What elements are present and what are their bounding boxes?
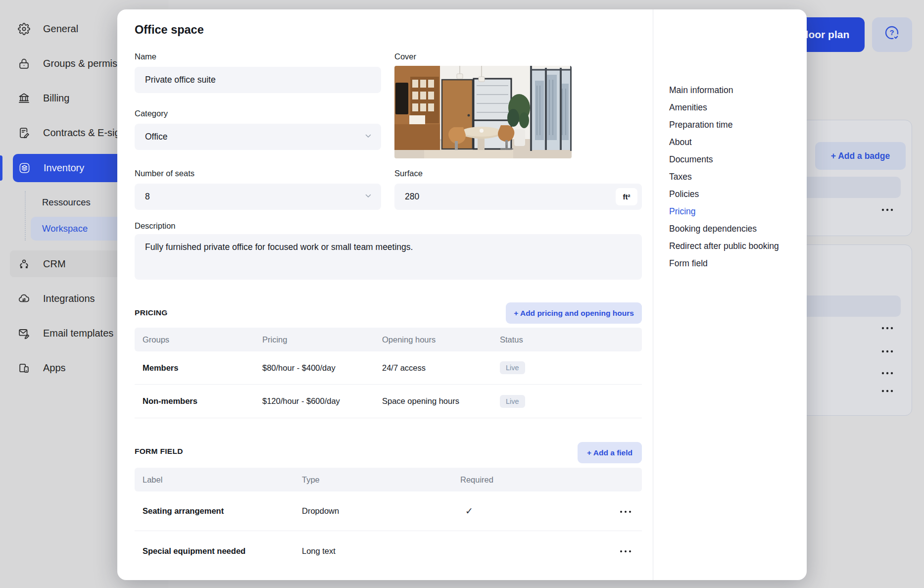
- svg-text:?: ?: [889, 28, 894, 37]
- crm-sync-icon: [18, 258, 30, 270]
- gear-icon: [18, 23, 30, 35]
- add-badge-button[interactable]: + Add a badge: [815, 142, 906, 170]
- form-field-table-header: Label Type Required: [135, 468, 642, 491]
- pricing-cell: $120/hour - $600/day: [262, 385, 340, 418]
- field-label-cell: Seating arrangement: [143, 491, 224, 531]
- ellipsis-menu-icon[interactable]: [880, 369, 895, 378]
- cloud-sync-icon: [18, 293, 30, 305]
- nav-item-booking-dependencies[interactable]: Booking dependencies: [669, 220, 779, 238]
- col-label: Label: [143, 468, 162, 491]
- field-type-cell: Long text: [302, 531, 336, 571]
- background-table-header: [792, 177, 901, 198]
- form-field-row-seating: Seating arrangement Dropdown ✓: [135, 491, 642, 531]
- lock-icon: [18, 57, 30, 70]
- category-label: Category: [135, 109, 168, 118]
- pricing-cell: $80/hour - $400/day: [262, 351, 336, 384]
- sidebar-item-label: Apps: [43, 362, 66, 374]
- active-section-indicator: [0, 155, 2, 181]
- row-ellipsis-menu-icon[interactable]: [616, 504, 636, 519]
- pricing-section-heading: PRICING: [135, 308, 168, 317]
- nav-item-form-field[interactable]: Form field: [669, 255, 779, 272]
- hours-cell: 24/7 access: [382, 351, 426, 384]
- modal-anchor-nav: Main information Amenities Preparation t…: [669, 82, 779, 272]
- status-cell: Live: [500, 351, 525, 384]
- nav-divider: [653, 9, 653, 580]
- row-ellipsis-menu-icon[interactable]: [616, 543, 636, 558]
- description-textarea[interactable]: Fully furnished private office for focus…: [135, 234, 642, 280]
- nav-item-pricing[interactable]: Pricing: [669, 203, 779, 220]
- ellipsis-menu-icon[interactable]: [880, 387, 895, 395]
- nav-item-taxes[interactable]: Taxes: [669, 168, 779, 186]
- status-badge: Live: [500, 361, 525, 374]
- bank-icon: [18, 92, 30, 104]
- add-field-button[interactable]: + Add a field: [578, 442, 642, 463]
- nav-item-about[interactable]: About: [669, 134, 779, 151]
- cover-image[interactable]: [394, 66, 572, 158]
- sidebar-item-label: Billing: [43, 93, 69, 104]
- col-status: Status: [500, 328, 523, 351]
- group-cell: Members: [143, 351, 178, 384]
- col-groups: Groups: [143, 328, 169, 351]
- pricing-row-members: Members $80/hour - $400/day 24/7 access …: [135, 351, 642, 385]
- chevron-down-icon: [364, 192, 372, 202]
- help-button[interactable]: ?: [872, 17, 912, 52]
- name-input-wrap: [135, 67, 381, 93]
- hours-cell: Space opening hours: [382, 385, 459, 418]
- sidebar-item-label: CRM: [43, 258, 66, 270]
- category-value: Office: [145, 132, 167, 142]
- nav-item-preparation-time[interactable]: Preparation time: [669, 116, 779, 134]
- group-cell: Non-members: [143, 385, 197, 418]
- devices-icon: [18, 362, 30, 374]
- field-type-cell: Dropdown: [302, 491, 339, 531]
- required-check-icon: ✓: [465, 491, 473, 531]
- sidebar-item-label: Contracts & E-sign: [43, 127, 126, 139]
- form-field-row-equipment: Special equipment needed Long text: [135, 531, 642, 571]
- layers-icon: [18, 162, 31, 174]
- surface-input[interactable]: [405, 192, 632, 202]
- sidebar-subitem-label: Workspace: [42, 223, 88, 234]
- subnav-guide-line: [25, 191, 26, 241]
- sidebar-subitem-label: Ressources: [42, 197, 91, 207]
- add-badge-label: + Add a badge: [831, 151, 890, 161]
- field-label-cell: Special equipment needed: [143, 531, 245, 571]
- category-select[interactable]: Office: [135, 124, 381, 150]
- nav-item-policies[interactable]: Policies: [669, 186, 779, 203]
- name-label: Name: [135, 52, 156, 61]
- add-field-label: + Add a field: [587, 448, 632, 457]
- cover-label: Cover: [394, 52, 416, 61]
- col-opening-hours: Opening hours: [382, 328, 436, 351]
- sidebar-subitem-ressources[interactable]: Ressources: [42, 197, 91, 208]
- nav-item-redirect-after-public-booking[interactable]: Redirect after public booking: [669, 238, 779, 255]
- col-type: Type: [302, 468, 320, 491]
- sidebar-item-label: General: [43, 23, 78, 35]
- add-pricing-button[interactable]: + Add pricing and opening hours: [506, 302, 642, 324]
- seats-value: 8: [145, 192, 150, 202]
- pricing-table-header: Groups Pricing Opening hours Status: [135, 328, 642, 351]
- col-required: Required: [460, 468, 493, 491]
- chevron-down-icon: [364, 132, 372, 142]
- ellipsis-menu-icon[interactable]: [880, 347, 895, 356]
- status-badge: Live: [500, 395, 525, 408]
- ellipsis-menu-icon[interactable]: [880, 324, 895, 333]
- pricing-row-non-members: Non-members $120/hour - $600/day Space o…: [135, 385, 642, 418]
- seats-label: Number of seats: [135, 169, 195, 178]
- surface-unit-badge: ft²: [616, 188, 637, 205]
- help-circle-check-icon: ?: [883, 24, 902, 45]
- sidebar-item-label: Inventory: [44, 162, 84, 174]
- surface-input-wrap: ft²: [394, 184, 642, 210]
- sidebar-item-label: Email templates: [43, 328, 113, 339]
- status-cell: Live: [500, 385, 525, 418]
- office-space-modal: Office space Name Cover: [117, 9, 807, 580]
- contract-icon: [18, 127, 30, 139]
- name-input[interactable]: [145, 75, 371, 85]
- mail-edit-icon: [18, 327, 30, 340]
- seats-select[interactable]: 8: [135, 184, 381, 210]
- nav-item-amenities[interactable]: Amenities: [669, 99, 779, 116]
- nav-item-main-information[interactable]: Main information: [669, 82, 779, 99]
- description-label: Description: [135, 221, 176, 231]
- ellipsis-menu-icon[interactable]: [880, 205, 895, 214]
- background-table-header: [792, 295, 901, 317]
- form-field-section-heading: FORM FIELD: [135, 447, 183, 456]
- surface-label: Surface: [394, 169, 423, 178]
- nav-item-documents[interactable]: Documents: [669, 151, 779, 168]
